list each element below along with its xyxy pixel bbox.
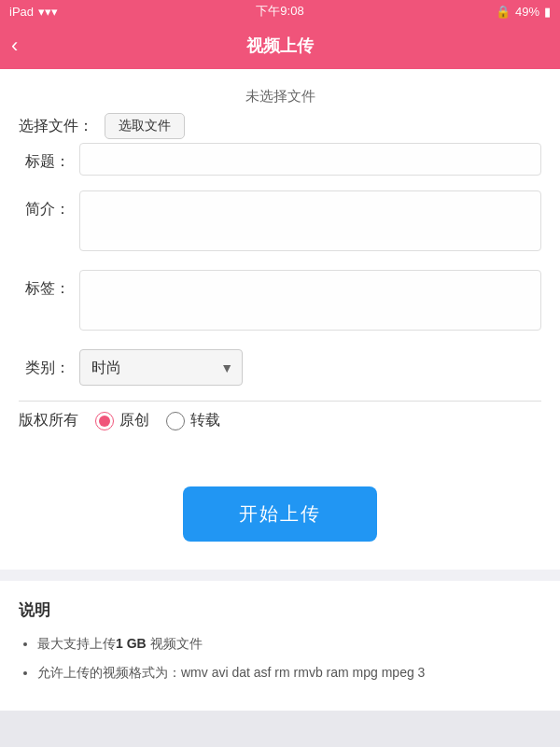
- battery-label: 49%: [515, 5, 539, 19]
- tags-input-wrapper: [79, 270, 541, 334]
- status-bar: iPad ▾▾▾ 下午9:08 🔒 49% ▮: [0, 0, 560, 22]
- info-title: 说明: [19, 599, 541, 621]
- original-option: 原创: [95, 411, 149, 430]
- description-input[interactable]: [79, 190, 541, 251]
- title-row: 标题：: [19, 143, 541, 176]
- description-label: 简介：: [19, 190, 79, 219]
- original-label[interactable]: 原创: [119, 411, 149, 430]
- lock-icon: 🔒: [496, 5, 511, 19]
- no-file-text: 未选择文件: [19, 88, 541, 106]
- repost-radio[interactable]: [166, 412, 185, 430]
- category-select[interactable]: 时尚 科技 娱乐 体育 音乐 教育 其他: [79, 349, 243, 386]
- status-right: 🔒 49% ▮: [496, 5, 551, 19]
- tags-input[interactable]: [79, 270, 541, 331]
- status-left: iPad ▾▾▾: [9, 5, 58, 19]
- nav-bar: ‹ 视频上传: [0, 22, 560, 69]
- file-label: 选择文件：: [19, 117, 93, 136]
- divider: [19, 401, 541, 402]
- copyright-row: 版权所有 原创 转载: [19, 411, 541, 430]
- title-label: 标题：: [19, 143, 79, 172]
- original-radio[interactable]: [95, 412, 114, 430]
- status-time: 下午9:08: [256, 3, 303, 20]
- wifi-icon: ▾▾▾: [38, 5, 58, 19]
- back-icon: ‹: [11, 34, 18, 58]
- page-title: 视频上传: [246, 35, 314, 57]
- info-item-1: 最大支持上传1 GB 视频文件: [37, 634, 541, 654]
- file-select-row: 选择文件： 选取文件: [19, 113, 541, 139]
- category-row: 类别： 时尚 科技 娱乐 体育 音乐 教育 其他 ▼: [19, 349, 541, 386]
- upload-button-row: 开始上传: [0, 468, 560, 570]
- tags-row: 标签：: [19, 270, 541, 334]
- category-dropdown-wrapper: 时尚 科技 娱乐 体育 音乐 教育 其他 ▼: [79, 349, 243, 386]
- back-button[interactable]: ‹: [11, 34, 18, 58]
- upload-button[interactable]: 开始上传: [183, 486, 377, 542]
- file-select-button[interactable]: 选取文件: [105, 113, 185, 139]
- description-input-wrapper: [79, 190, 541, 255]
- title-input-wrapper: [79, 143, 541, 176]
- form-section: 未选择文件 选择文件： 选取文件 标题： 简介： 标签：: [0, 69, 560, 468]
- battery-icon: ▮: [544, 5, 551, 19]
- copyright-label: 版权所有: [19, 411, 78, 430]
- copyright-radio-group: 原创 转载: [95, 411, 231, 430]
- repost-label[interactable]: 转载: [190, 411, 220, 430]
- description-row: 简介：: [19, 190, 541, 255]
- category-select-wrapper: 时尚 科技 娱乐 体育 音乐 教育 其他 ▼: [79, 349, 541, 386]
- tags-label: 标签：: [19, 270, 79, 299]
- info-list: 最大支持上传1 GB 视频文件 允许上传的视频格式为：wmv avi dat a…: [19, 634, 541, 683]
- ipad-label: iPad: [9, 5, 34, 19]
- title-input[interactable]: [79, 143, 541, 176]
- info-item-2: 允许上传的视频格式为：wmv avi dat asf rm rmvb ram m…: [37, 663, 541, 683]
- category-label: 类别：: [19, 349, 79, 378]
- repost-option: 转载: [166, 411, 220, 430]
- info-section: 说明 最大支持上传1 GB 视频文件 允许上传的视频格式为：wmv avi da…: [0, 581, 560, 711]
- main-content: 未选择文件 选择文件： 选取文件 标题： 简介： 标签：: [0, 69, 560, 711]
